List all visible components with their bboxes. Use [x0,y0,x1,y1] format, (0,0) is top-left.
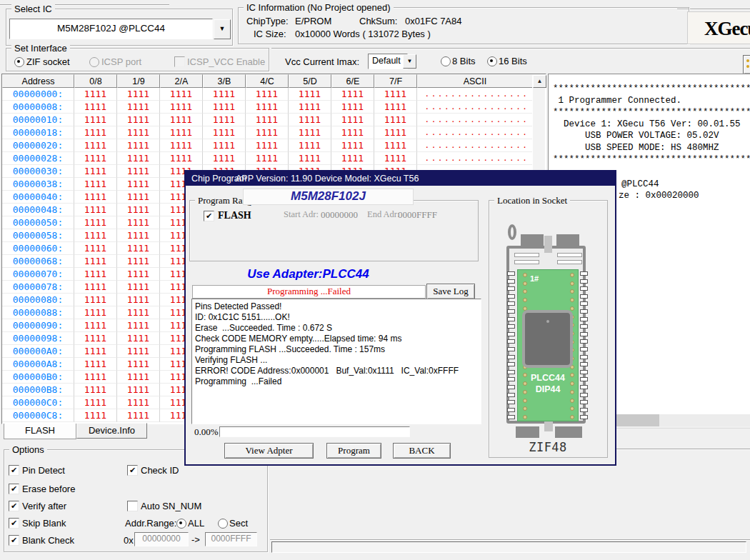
table-row[interactable]: 00000018:1111111111111111111111111111111… [2,126,532,139]
tab-flash[interactable]: FLASH [4,424,76,439]
hex-cell[interactable]: 1111 [74,178,117,191]
column-header[interactable]: 6/E [331,74,374,88]
hex-cell[interactable]: 1111 [203,101,246,114]
hex-cell[interactable]: 1111 [117,255,160,268]
bits16-label[interactable]: 16 Bits [499,56,527,66]
hex-cell[interactable]: 1111 [117,396,160,409]
hex-cell[interactable]: 1111 [246,101,289,114]
check-id-label[interactable]: Check ID [141,465,179,476]
hex-cell[interactable]: 1111 [74,306,117,319]
pin-detect-label[interactable]: Pin Detect [22,465,65,476]
hex-cell[interactable]: 1111 [117,268,160,281]
dialog-flash-checkbox[interactable]: ✔ [204,211,214,221]
verify-after-label[interactable]: Verify after [22,501,66,511]
hex-cell[interactable]: 1111 [331,152,374,165]
hex-cell[interactable]: 1111 [74,191,117,204]
verify-after-checkbox[interactable]: ✔ [9,501,19,511]
hex-cell[interactable]: 1111 [74,384,117,396]
table-row[interactable]: 00000000:1111111111111111111111111111111… [2,88,532,101]
hex-cell[interactable]: 1111 [117,126,160,139]
hex-cell[interactable]: 1111 [289,88,331,101]
vcc-imax-select[interactable]: Default [368,54,408,69]
hex-cell[interactable]: 1111 [74,101,117,114]
addr-range-sect-label[interactable]: Sect [229,518,248,529]
hex-cell[interactable]: 1111 [289,152,331,165]
hex-cell[interactable]: 1111 [160,139,203,152]
hex-cell[interactable]: 1111 [289,101,331,114]
dialog-titlebar[interactable]: Chip Program APP Version: 11.90 Device M… [186,171,615,186]
hex-cell[interactable]: 1111 [74,396,117,409]
hex-cell[interactable]: 1111 [289,126,331,139]
zif-socket-radio[interactable] [14,57,24,67]
hex-cell[interactable]: 1111 [203,152,246,165]
addr-range-all-radio[interactable] [176,519,186,529]
hex-cell[interactable]: 1111 [246,139,289,152]
hex-cell[interactable]: 1111 [117,345,160,358]
addr-range-sect-radio[interactable] [218,519,228,529]
hex-cell[interactable]: 1111 [117,165,160,178]
hex-cell[interactable]: 1111 [74,268,117,281]
hex-cell[interactable]: 1111 [74,204,117,216]
hex-cell[interactable]: 1111 [74,88,117,101]
hex-cell[interactable]: 1111 [74,165,117,178]
icsp-vcc-checkbox[interactable] [174,56,185,67]
hex-cell[interactable]: 1111 [374,126,417,139]
hex-cell[interactable]: 1111 [374,114,417,126]
column-header[interactable]: 4/C [246,74,289,88]
hex-cell[interactable]: 1111 [203,126,246,139]
erase-before-label[interactable]: Erase before [22,484,75,494]
hex-cell[interactable]: 1111 [331,101,374,114]
skip-blank-checkbox[interactable]: ✔ [9,518,19,529]
hex-cell[interactable]: 1111 [117,139,160,152]
range-from-field[interactable]: 00000000 [134,532,189,546]
bits16-radio[interactable] [487,56,497,66]
column-header[interactable]: Address [2,74,74,88]
hex-cell[interactable]: 1111 [117,204,160,216]
hex-cell[interactable]: 1111 [117,409,160,422]
hex-cell[interactable]: 1111 [160,101,203,114]
hex-cell[interactable]: 1111 [74,152,117,165]
hex-cell[interactable]: 1111 [246,152,289,165]
ic-selector-box[interactable]: M5M28F102J @PLCC44 [9,19,213,39]
bits8-radio[interactable] [441,56,451,66]
auto-sn-checkbox[interactable] [127,501,138,511]
hex-cell[interactable]: 1111 [74,345,117,358]
hex-cell[interactable]: 1111 [289,114,331,126]
vcc-imax-dropdown-button[interactable]: ▼ [403,54,416,69]
check-id-checkbox[interactable]: ✔ [127,465,138,476]
hex-cell[interactable]: 1111 [74,216,117,229]
program-button[interactable]: Program [326,443,381,459]
hex-cell[interactable]: 1111 [74,371,117,384]
bits8-label[interactable]: 8 Bits [452,56,476,66]
tab-device-info[interactable]: Device.Info [76,423,147,439]
hex-cell[interactable]: 1111 [203,88,246,101]
hex-cell[interactable]: 1111 [74,229,117,242]
hex-cell[interactable]: 1111 [117,191,160,204]
hex-cell[interactable]: 1111 [117,88,160,101]
skip-blank-label[interactable]: Skip Blank [22,518,66,529]
table-row[interactable]: 00000010:1111111111111111111111111111111… [2,114,532,126]
column-header[interactable]: 1/9 [117,74,160,88]
dialog-log-box[interactable]: Pins Detected Passed! ID: 0x1C1C 5151...… [191,299,481,424]
table-row[interactable]: 00000008:1111111111111111111111111111111… [2,101,532,114]
hex-cell[interactable]: 1111 [117,216,160,229]
hex-cell[interactable]: 1111 [203,139,246,152]
hex-cell[interactable]: 1111 [160,114,203,126]
zif-socket-label[interactable]: ZIF socket [26,56,70,67]
addr-range-all-label[interactable]: ALL [188,518,204,529]
column-header[interactable]: 2/A [160,74,203,88]
blank-check-label[interactable]: Blank Check [22,535,74,546]
hex-cell[interactable]: 1111 [74,358,117,371]
hex-cell[interactable]: 1111 [117,229,160,242]
hex-cell[interactable]: 1111 [117,332,160,345]
side-tool-button[interactable] [743,55,750,74]
hex-cell[interactable]: 1111 [117,384,160,396]
ic-selector-dropdown-button[interactable]: ▼ [214,19,231,39]
hex-cell[interactable]: 1111 [74,409,117,422]
hex-cell[interactable]: 1111 [117,294,160,306]
hex-cell[interactable]: 1111 [117,319,160,332]
hex-cell[interactable]: 1111 [331,88,374,101]
column-header[interactable]: ASCII [417,74,532,88]
hex-cell[interactable]: 1111 [74,242,117,255]
hex-cell[interactable]: 1111 [117,242,160,255]
